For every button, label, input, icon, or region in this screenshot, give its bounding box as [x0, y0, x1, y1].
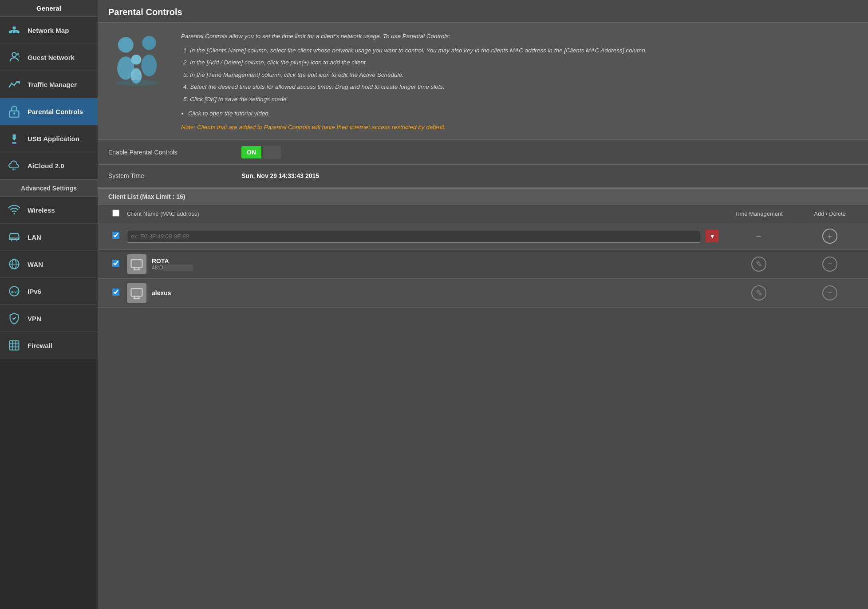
sidebar-item-aicloud[interactable]: AiCloud 2.0 — [0, 152, 98, 179]
tutorial-link-list: Click to open the tutorial video. — [188, 109, 857, 119]
main-content: Parental Controls Parental Controls allo… — [98, 0, 868, 609]
row-input-check — [105, 232, 127, 241]
ipv6-icon: IPv6 — [7, 284, 21, 298]
table-col-name-header: Client Name (MAC address) — [127, 210, 719, 217]
firewall-icon — [7, 338, 21, 352]
row-alexus-checkbox[interactable] — [112, 289, 119, 296]
sidebar-firewall-label: Firewall — [28, 342, 52, 349]
sidebar-item-guest-network[interactable]: Guest Network — [0, 44, 98, 71]
note-text: Note: Clients that are added to Parental… — [181, 123, 857, 132]
intro-step-5: Click [OK] to save the settings made. — [190, 95, 857, 104]
parental-controls-icon — [7, 104, 21, 119]
svg-point-10 — [13, 112, 16, 115]
svg-point-7 — [12, 53, 16, 57]
sidebar-item-parental-controls[interactable]: Parental Controls — [0, 98, 98, 125]
page-title: Parental Controls — [98, 0, 868, 23]
toggle-off-state[interactable] — [263, 146, 281, 159]
row-alexus-check — [105, 289, 127, 297]
sidebar-advanced-label: Advanced Settings — [0, 179, 98, 197]
intro-step-1: In the [Clients Name] column, select the… — [190, 46, 857, 55]
svg-point-12 — [13, 213, 15, 214]
svg-point-31 — [116, 80, 159, 86]
sidebar-item-traffic-manager[interactable]: Traffic Manager — [0, 71, 98, 98]
sidebar-item-network-map[interactable]: Network Map — [0, 17, 98, 44]
sidebar: General Network Map Guest Ne — [0, 0, 98, 609]
table-col-time-header: Time Management — [719, 210, 799, 217]
sidebar-network-map-label: Network Map — [28, 27, 69, 34]
rota-remove-button[interactable]: − — [822, 257, 837, 272]
intro-text-block: Parental Controls allow you to set the t… — [181, 32, 857, 132]
mac-address-input[interactable] — [127, 230, 700, 243]
wireless-icon — [7, 203, 21, 217]
svg-point-8 — [16, 53, 19, 55]
client-list-header: Client List (Max Limit : 16) — [98, 188, 868, 205]
sidebar-item-firewall[interactable]: Firewall — [0, 332, 98, 359]
sidebar-vpn-label: VPN — [28, 315, 41, 322]
alexus-client-name: alexus — [152, 289, 171, 297]
sidebar-item-lan[interactable]: LAN — [0, 224, 98, 251]
rota-edit-button[interactable]: ✎ — [751, 257, 766, 272]
guest-network-icon — [7, 50, 21, 64]
alexus-device-icon — [127, 283, 146, 303]
family-icon — [108, 32, 170, 89]
intro-instructions: In the [Clients Name] column, select the… — [190, 46, 857, 104]
add-client-button[interactable]: ＋ — [822, 229, 837, 244]
toggle-on-state[interactable]: ON — [241, 146, 261, 158]
sidebar-parental-controls-label: Parental Controls — [28, 108, 83, 115]
rota-client-info: ROTA 48:D████████ — [152, 257, 193, 271]
alexus-remove-button[interactable]: − — [822, 285, 837, 301]
enable-parental-controls-row: Enable Parental Controls ON — [98, 140, 868, 165]
usb-application-icon — [7, 131, 21, 146]
intro-step-3: In the [Time Management] column, click t… — [190, 70, 857, 80]
traffic-manager-icon — [7, 77, 21, 91]
sidebar-usb-application-label: USB Application — [28, 135, 79, 142]
row-input-checkbox[interactable] — [112, 232, 119, 239]
svg-rect-1 — [13, 31, 16, 33]
svg-rect-11 — [12, 142, 16, 144]
sidebar-item-ipv6[interactable]: IPv6 IPv6 — [0, 278, 98, 305]
rota-client-name: ROTA — [152, 257, 193, 265]
svg-point-29 — [131, 55, 142, 65]
svg-rect-36 — [131, 289, 142, 297]
intro-paragraph: Parental Controls allow you to set the t… — [181, 32, 857, 41]
sidebar-item-wireless[interactable]: Wireless — [0, 197, 98, 224]
tutorial-link[interactable]: Click to open the tutorial video. — [188, 110, 270, 117]
mac-dropdown-button[interactable]: ▼ — [706, 230, 719, 242]
row-rota-check — [105, 260, 127, 269]
row-input-add: ＋ — [799, 229, 861, 244]
svg-line-6 — [14, 30, 18, 31]
svg-point-28 — [141, 55, 157, 76]
lan-icon — [7, 230, 21, 244]
svg-line-5 — [11, 30, 14, 31]
alexus-client-info: alexus — [152, 289, 171, 297]
sidebar-item-vpn[interactable]: VPN — [0, 305, 98, 332]
table-col-check-header — [105, 210, 127, 218]
sidebar-guest-network-label: Guest Network — [28, 54, 75, 61]
intro-step-4: Select the desired time slots for allowe… — [190, 82, 857, 92]
row-input-mac-field: ▼ — [127, 230, 719, 243]
rota-device-icon — [127, 254, 146, 274]
enable-parental-controls-label: Enable Parental Controls — [108, 149, 241, 156]
row-rota-checkbox[interactable] — [112, 260, 119, 267]
select-all-checkbox[interactable] — [112, 210, 119, 217]
parental-controls-toggle[interactable]: ON — [241, 146, 857, 159]
alexus-edit-button[interactable]: ✎ — [751, 285, 766, 301]
rota-client-mac: 48:D████████ — [152, 265, 193, 271]
row-rota-time: ✎ — [719, 257, 799, 272]
table-row-rota: ROTA 48:D████████ ✎ − — [98, 250, 868, 279]
table-row-alexus: alexus ✎ − — [98, 279, 868, 308]
row-input-time: -- — [719, 232, 799, 240]
svg-rect-20 — [10, 341, 19, 350]
sidebar-item-wan[interactable]: WAN — [0, 251, 98, 278]
system-time-label: System Time — [108, 172, 241, 179]
sidebar-aicloud-label: AiCloud 2.0 — [28, 162, 64, 170]
sidebar-traffic-manager-label: Traffic Manager — [28, 81, 77, 88]
svg-rect-2 — [16, 31, 20, 33]
aicloud-icon — [7, 158, 21, 173]
svg-rect-32 — [131, 260, 142, 268]
system-time-value: Sun, Nov 29 14:33:43 2015 — [241, 172, 857, 179]
sidebar-item-usb-application[interactable]: USB Application — [0, 125, 98, 152]
enable-parental-controls-value: ON — [241, 146, 857, 159]
row-alexus-name: alexus — [127, 283, 719, 303]
svg-point-25 — [118, 37, 134, 53]
